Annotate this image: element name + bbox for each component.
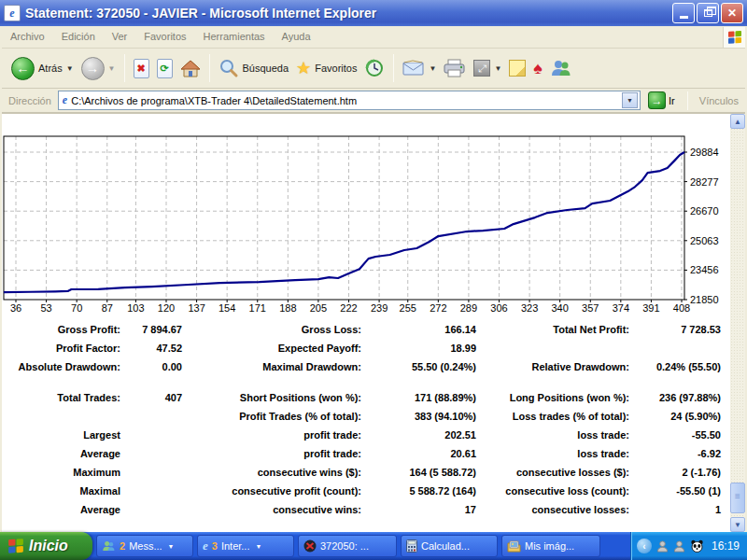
- address-bar: Dirección e C:\Archivos de programa\XTB-…: [2, 89, 745, 114]
- tray-person-icon[interactable]: [656, 540, 669, 553]
- task-label: Inter...: [221, 540, 250, 552]
- menu-archivo[interactable]: Archivo: [2, 26, 53, 48]
- stats-value: 24 (5.90%): [629, 407, 721, 426]
- messenger-note-button[interactable]: [505, 58, 529, 78]
- x-tick-label: 36: [10, 302, 21, 314]
- history-button[interactable]: [360, 56, 388, 80]
- x-tick-label: 306: [490, 302, 507, 314]
- stats-label: profit trade:: [182, 444, 361, 463]
- refresh-icon: ⟳: [157, 59, 173, 78]
- search-icon: [218, 58, 239, 78]
- spade-icon: ♠: [533, 59, 543, 78]
- stats-value: -6.92: [629, 444, 721, 463]
- task-label: 372050: ...: [320, 540, 369, 552]
- scroll-down-button[interactable]: ▼: [730, 517, 745, 532]
- stats-value: 7 894.67: [120, 320, 182, 339]
- stats-label: Absolute Drawdown:: [2, 357, 120, 376]
- home-button[interactable]: [176, 57, 204, 80]
- forward-dropdown-icon: ▼: [108, 64, 116, 73]
- stats-label: Gross Profit:: [2, 320, 120, 339]
- vertical-scrollbar[interactable]: ▲ ▼: [730, 114, 745, 532]
- menu-herramientas[interactable]: Herramientas: [195, 26, 274, 48]
- task-xtb-trader[interactable]: 372050: ...: [298, 535, 397, 557]
- mail-icon: [402, 60, 425, 77]
- start-button[interactable]: Inicio: [0, 532, 92, 560]
- back-dropdown-icon[interactable]: ▼: [66, 64, 74, 73]
- edit-dropdown-icon[interactable]: ▼: [494, 64, 501, 73]
- y-tick-label: 29884: [690, 147, 719, 158]
- y-tick-label: 21850: [690, 294, 719, 305]
- address-separator: [687, 91, 688, 110]
- back-button[interactable]: ← Atrás ▼: [7, 55, 78, 82]
- stats-label: Maximal Drawdown:: [182, 357, 361, 376]
- restore-button[interactable]: [697, 3, 719, 23]
- task-internet-explorer[interactable]: e 3 Inter... ▼: [197, 535, 294, 557]
- edit-size-button[interactable]: ⤢ ▼: [470, 58, 505, 78]
- menu-edicion[interactable]: Edición: [53, 26, 104, 48]
- toolbar-separator: [124, 54, 125, 82]
- task-dropdown-icon[interactable]: ▼: [255, 543, 261, 550]
- stats-value: 202.51: [361, 426, 476, 444]
- print-button[interactable]: [440, 57, 470, 79]
- stats-label: Profit Factor:: [2, 339, 120, 357]
- address-url[interactable]: C:\Archivos de programa\XTB-Trader 4\Det…: [71, 95, 622, 106]
- pokerstars-button[interactable]: ♠: [529, 57, 546, 80]
- stats-value: 383 (94.10%): [361, 407, 476, 426]
- menu-ayuda[interactable]: Ayuda: [274, 26, 319, 48]
- refresh-button[interactable]: ⟳: [153, 57, 176, 80]
- x-tick-label: 272: [430, 302, 446, 314]
- messenger-people-icon: [550, 59, 572, 77]
- desktop: e Statement: 372050 - JAVIER - Microsoft…: [0, 0, 747, 560]
- calculator-icon: [406, 539, 417, 553]
- search-label: Búsqueda: [243, 63, 289, 74]
- task-dropdown-icon[interactable]: ▼: [168, 543, 175, 550]
- stats-label: consecutive losses ($):: [476, 463, 629, 482]
- search-button[interactable]: Búsqueda: [215, 56, 293, 80]
- history-icon: [364, 58, 385, 78]
- menu-bar: Archivo Edición Ver Favoritos Herramient…: [2, 26, 745, 49]
- forward-button[interactable]: → ▼: [78, 55, 120, 82]
- tray-person-icon[interactable]: [673, 540, 685, 553]
- y-tick-label: 28277: [690, 176, 719, 188]
- go-button[interactable]: → Ir: [644, 91, 679, 109]
- address-dropdown-icon[interactable]: ▼: [622, 92, 638, 108]
- tray-chevron-left-icon[interactable]: ‹: [637, 539, 652, 553]
- windows-logo-icon: [723, 27, 745, 48]
- task-label: Mis imág...: [525, 540, 574, 552]
- stats-label: loss trade:: [476, 444, 629, 463]
- stats-label: Profit Trades (% of total):: [182, 407, 361, 426]
- task-my-pictures[interactable]: Mis imág...: [501, 535, 600, 557]
- stop-button[interactable]: ✖: [130, 57, 153, 80]
- mail-dropdown-icon[interactable]: ▼: [429, 64, 436, 73]
- x-tick-label: 137: [188, 302, 204, 314]
- window-titlebar[interactable]: e Statement: 372050 - JAVIER - Microsoft…: [0, 0, 747, 26]
- scroll-thumb[interactable]: [730, 483, 745, 513]
- task-calculator[interactable]: Calculad...: [401, 535, 498, 557]
- toolbar-separator: [209, 54, 210, 82]
- stats-value: 0.24% (55.50): [629, 357, 721, 376]
- close-button[interactable]: ✕: [721, 3, 743, 23]
- ie-icon: e: [203, 539, 208, 553]
- task-messenger[interactable]: 2 Mess... ▼: [96, 535, 193, 557]
- stats-label: profit trade:: [182, 426, 361, 444]
- stats-value: [120, 500, 182, 519]
- address-input[interactable]: e C:\Archivos de programa\XTB-Trader 4\D…: [58, 91, 641, 110]
- messenger-button[interactable]: [546, 57, 576, 79]
- tray-clock: 16:19: [712, 539, 740, 553]
- stats-value: 7 728.53: [629, 320, 721, 339]
- stats-value: 55.50 (0.24%): [361, 357, 476, 376]
- scroll-up-button[interactable]: ▲: [730, 114, 745, 129]
- tray-panda-icon[interactable]: [690, 539, 704, 553]
- stats-label: Total Net Profit:: [476, 320, 629, 339]
- toolbar: ← Atrás ▼ → ▼ ✖ ⟳ Búsqued: [2, 49, 745, 89]
- menu-ver[interactable]: Ver: [104, 26, 136, 48]
- favorites-button[interactable]: ★ Favoritos: [292, 56, 360, 80]
- close-icon: ✕: [727, 7, 737, 20]
- balance-curve: [4, 152, 684, 292]
- minimize-button[interactable]: [672, 3, 695, 23]
- balance-chart-svg: 3653708710312013715417118820522223925527…: [2, 116, 730, 319]
- stats-value: 236 (97.88%): [629, 388, 721, 407]
- stats-value: [120, 482, 182, 500]
- mail-button[interactable]: ▼: [399, 58, 440, 78]
- menu-favoritos[interactable]: Favoritos: [135, 26, 194, 48]
